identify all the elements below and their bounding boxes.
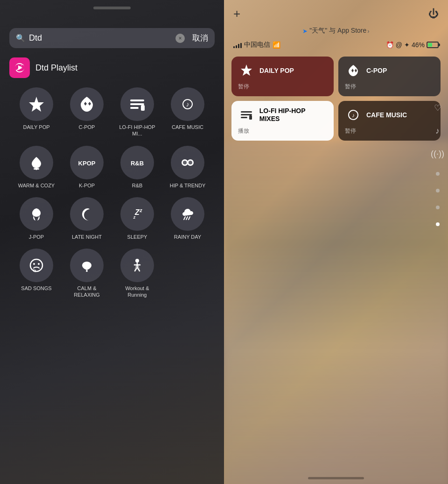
svg-point-27 — [135, 259, 139, 263]
svg-point-26 — [86, 270, 88, 272]
notch — [93, 7, 131, 9]
svg-text:z: z — [133, 215, 136, 220]
svg-line-18 — [184, 217, 185, 220]
grid-item-late-night[interactable]: LATE NIGHT — [63, 197, 110, 240]
dot-1 — [436, 172, 440, 176]
c-pop-icon — [70, 87, 104, 121]
grid-item-rainy[interactable]: RAINY DAY — [164, 197, 211, 240]
grid-item-kpop[interactable]: KPOP K-POP — [63, 146, 110, 189]
daily-pop-card-icon — [238, 62, 255, 79]
music-card-cafe[interactable]: ♪ CAFE MUSIC 暂停 — [338, 101, 441, 141]
svg-rect-3 — [130, 107, 139, 109]
rainy-label: RAINY DAY — [174, 234, 201, 240]
kpop-label: K-POP — [79, 182, 95, 189]
grid-item-c-pop[interactable]: C-POP — [63, 87, 110, 137]
playlist-item[interactable]: Dtd Playlist — [9, 56, 215, 80]
svg-text:♪: ♪ — [352, 112, 355, 119]
calm-icon — [70, 249, 104, 282]
music-card-lofi[interactable]: LO-FI HIP-HOP MIXES 播放 — [231, 101, 334, 141]
at-icon: @ — [396, 41, 402, 49]
sad-icon — [20, 249, 53, 282]
power-button[interactable]: ⏻ — [428, 8, 439, 20]
notification-bar[interactable]: ➤ "天气" 与 App Store › — [224, 25, 448, 39]
battery-icon — [427, 42, 439, 48]
sleepy-icon: Z z z — [120, 197, 154, 231]
grid-item-hip-trendy[interactable]: HIP & TRENDY — [164, 146, 211, 189]
cafe-card-title: CAFE MUSIC — [366, 111, 407, 119]
signal-bars — [233, 42, 242, 48]
grid-item-jpop[interactable]: J-POP — [13, 197, 60, 240]
bluetooth-icon: ✦ — [404, 41, 410, 49]
playlist-icon — [9, 57, 30, 78]
daily-pop-label: DAILY POP — [23, 124, 49, 130]
svg-text:KPOP: KPOP — [78, 160, 96, 167]
notification-text: "天气" 与 App Store — [309, 27, 366, 35]
hip-trendy-icon — [171, 146, 204, 179]
plus-button[interactable]: + — [233, 7, 240, 21]
svg-point-14 — [189, 161, 192, 164]
lofi-card-status: 播放 — [238, 127, 327, 135]
daily-pop-card-title: DAILY POP — [259, 67, 294, 75]
music-card-daily-pop[interactable]: DAILY POP 暂停 — [231, 57, 334, 96]
wifi-icon: 📶 — [273, 41, 280, 49]
grid-item-sad[interactable]: SAD SONGS — [13, 249, 60, 299]
svg-point-13 — [183, 161, 187, 164]
warm-cozy-label: WARM & COZY — [18, 182, 55, 189]
search-icon: 🔍 — [16, 34, 25, 43]
svg-rect-8 — [34, 168, 39, 170]
search-bar[interactable]: 🔍 Dtd × 取消 — [9, 28, 215, 48]
grid-item-cafe[interactable]: ♪ CAFE MUSIC — [164, 87, 211, 137]
c-pop-card-icon — [345, 62, 362, 79]
calm-label: CALM & RELAXING — [68, 285, 105, 299]
jpop-icon — [20, 197, 53, 231]
svg-rect-4 — [141, 105, 145, 111]
lofi-card-title: LO-FI HIP-HOP MIXES — [259, 107, 327, 123]
svg-line-25 — [35, 270, 35, 272]
dot-active — [436, 222, 440, 226]
lofi-icon — [120, 87, 154, 121]
alarm-icon: ⏰ — [386, 41, 394, 49]
svg-line-20 — [189, 217, 190, 220]
svg-text:z: z — [139, 207, 142, 213]
radio-icon[interactable]: ((·)) — [431, 149, 444, 159]
svg-point-22 — [33, 263, 35, 265]
grid-item-rnb[interactable]: R&B R&B — [114, 146, 161, 189]
grid-item-lofi[interactable]: LO-FI HIP-HOP MI... — [114, 87, 161, 137]
playlist-name: Dtd Playlist — [35, 63, 77, 73]
rnb-label: R&B — [132, 182, 143, 189]
notification-icon: ➤ — [302, 28, 308, 35]
grid-item-daily-pop[interactable]: DAILY POP — [13, 87, 60, 137]
blurred-content — [224, 141, 448, 484]
grid-item-workout[interactable]: Workout & Running — [114, 249, 161, 299]
lofi-card-icon — [238, 107, 255, 123]
warm-cozy-icon — [20, 146, 53, 179]
lofi-label: LO-FI HIP-HOP MI... — [119, 124, 156, 137]
workout-icon — [120, 249, 154, 282]
music-card-c-pop[interactable]: C-POP 暂停 — [338, 57, 441, 96]
svg-text:R&B: R&B — [131, 160, 144, 167]
music-note-icon[interactable]: ♪ — [435, 126, 440, 136]
battery-percent: 46% — [412, 41, 425, 49]
svg-rect-1 — [130, 100, 144, 101]
grid-item-warm-cozy[interactable]: WARM & COZY — [13, 146, 60, 189]
music-grid: DAILY POP C-POP LO-FI HIP-HOP MI... — [9, 87, 215, 299]
status-bar: 中国电信 📶 ⏰ @ ✦ 46% — [224, 39, 448, 53]
card-top-row-3: LO-FI HIP-HOP MIXES — [238, 107, 327, 123]
heart-icon[interactable]: ♡ — [434, 103, 441, 113]
bar3 — [238, 44, 239, 48]
svg-rect-31 — [249, 115, 252, 120]
grid-item-sleepy[interactable]: Z z z SLEEPY — [114, 197, 161, 240]
search-input[interactable]: Dtd — [29, 33, 172, 43]
search-cancel-button[interactable]: 取消 — [192, 33, 208, 43]
dot-2 — [436, 189, 440, 192]
carrier-info: 中国电信 📶 — [233, 41, 280, 49]
svg-point-23 — [38, 263, 40, 265]
dot-3 — [436, 206, 440, 209]
cafe-icon: ♪ — [171, 87, 204, 121]
notification-arrow: › — [367, 28, 369, 35]
svg-line-19 — [186, 217, 188, 220]
svg-rect-30 — [241, 117, 247, 118]
svg-line-24 — [34, 270, 34, 271]
search-clear-button[interactable]: × — [175, 34, 185, 43]
grid-item-calm[interactable]: CALM & RELAXING — [63, 249, 110, 299]
